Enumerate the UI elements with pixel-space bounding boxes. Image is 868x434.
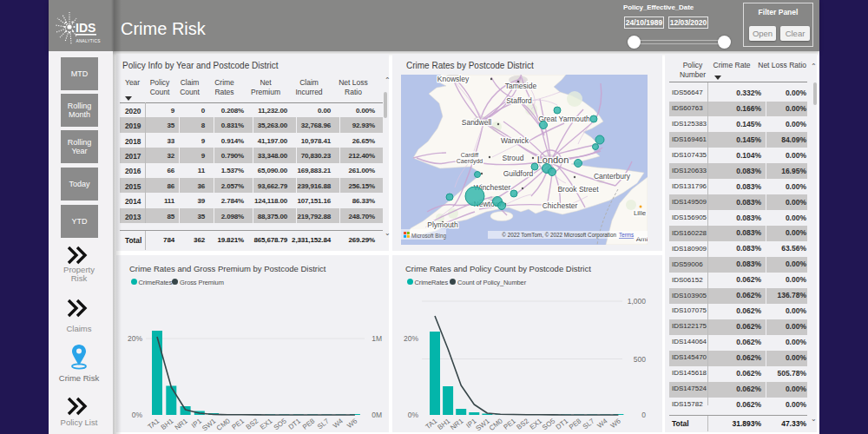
svg-text:Terms: Terms xyxy=(619,232,634,238)
svg-text:Stroud: Stroud xyxy=(502,154,523,162)
svg-text:20%: 20% xyxy=(128,334,142,343)
svg-text:SL7: SL7 xyxy=(582,417,596,431)
svg-text:EX1: EX1 xyxy=(259,417,274,431)
svg-text:0%: 0% xyxy=(408,411,419,419)
svg-text:W4: W4 xyxy=(332,417,345,430)
svg-text:PE8: PE8 xyxy=(301,417,317,431)
svg-text:SO5: SO5 xyxy=(273,417,289,431)
svg-text:Stafford: Stafford xyxy=(506,96,532,105)
svg-text:W6: W6 xyxy=(345,417,358,430)
svg-text:BH1: BH1 xyxy=(160,417,175,431)
svg-text:NR1: NR1 xyxy=(449,417,465,431)
svg-text:Plymouth: Plymouth xyxy=(427,220,458,229)
svg-text:Caerdydd: Caerdydd xyxy=(457,158,483,165)
svg-text:ANALYTICS: ANALYTICS xyxy=(76,39,101,43)
svg-text:PE1: PE1 xyxy=(230,417,246,431)
svg-text:Guildford: Guildford xyxy=(503,169,534,178)
svg-text:20%: 20% xyxy=(404,334,418,343)
svg-text:Sandwell: Sandwell xyxy=(462,118,492,127)
svg-text:London: London xyxy=(537,155,569,165)
svg-text:0: 0 xyxy=(641,411,646,419)
svg-text:© 2022 TomTom, © 2022 Microsof: © 2022 TomTom, © 2022 Microsoft Corporat… xyxy=(502,232,616,239)
svg-text:Brook Street: Brook Street xyxy=(557,185,599,194)
svg-text:W4: W4 xyxy=(596,417,609,430)
svg-text:NR1: NR1 xyxy=(174,417,190,431)
svg-text:Warwick: Warwick xyxy=(501,136,529,145)
svg-text:0%: 0% xyxy=(132,411,143,419)
svg-text:TA1: TA1 xyxy=(424,417,439,431)
svg-text:Knowsley: Knowsley xyxy=(437,75,470,83)
svg-text:SW1: SW1 xyxy=(201,417,218,432)
svg-text:Cardiff: Cardiff xyxy=(461,152,479,158)
svg-text:1,000: 1,000 xyxy=(628,297,647,306)
svg-text:SL7: SL7 xyxy=(316,417,331,431)
svg-text:CM0: CM0 xyxy=(215,417,232,432)
svg-text:Chichester: Chichester xyxy=(542,201,578,210)
svg-text:BS2: BS2 xyxy=(245,417,260,431)
svg-text:Microsoft Bing: Microsoft Bing xyxy=(411,233,446,240)
svg-text:0M: 0M xyxy=(372,411,382,419)
svg-text:500: 500 xyxy=(634,355,646,364)
svg-text:Canterbury: Canterbury xyxy=(594,172,631,181)
svg-text:W6: W6 xyxy=(609,417,622,430)
svg-text:1M: 1M xyxy=(372,334,382,343)
svg-text:Tameside: Tameside xyxy=(505,82,537,90)
svg-text:IDS: IDS xyxy=(76,21,95,35)
svg-text:DT1: DT1 xyxy=(287,417,303,431)
svg-text:TA1: TA1 xyxy=(147,417,161,431)
svg-text:Lille: Lille xyxy=(634,209,647,217)
